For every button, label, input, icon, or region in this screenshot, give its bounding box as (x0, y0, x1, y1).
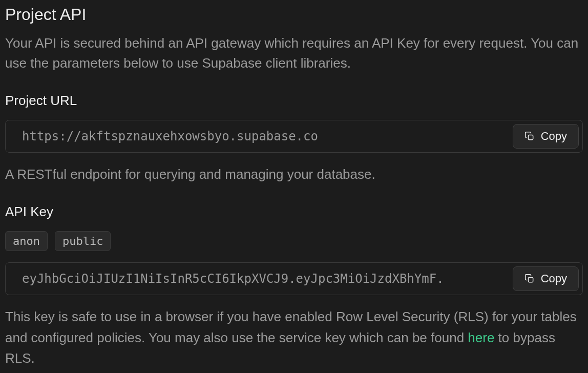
project-url-row: https://akftspznauxehxowsbyo.supabase.co… (5, 120, 583, 153)
tag-public: public (55, 231, 111, 251)
page-title: Project API (5, 5, 583, 24)
project-url-input[interactable]: https://akftspznauxehxowsbyo.supabase.co (5, 120, 583, 153)
copy-key-button[interactable]: Copy (513, 266, 579, 291)
tag-anon: anon (5, 231, 48, 251)
project-url-label: Project URL (5, 93, 583, 109)
api-key-section: API Key anon public eyJhbGciOiJIUzI1NiIs… (5, 204, 583, 368)
copy-icon (524, 131, 535, 141)
copy-icon (524, 274, 535, 284)
copy-key-label: Copy (541, 272, 567, 285)
page-description: Your API is secured behind an API gatewa… (5, 33, 583, 73)
api-key-row: eyJhbGciOiJIUzI1NiIsInR5cCI6IkpXVCJ9.eyJ… (5, 262, 583, 295)
project-url-section: Project URL https://akftspznauxehxowsbyo… (5, 93, 583, 184)
api-key-help: This key is safe to use in a browser if … (5, 306, 583, 368)
service-key-link[interactable]: here (468, 330, 494, 345)
api-key-input[interactable]: eyJhbGciOiJIUzI1NiIsInR5cCI6IkpXVCJ9.eyJ… (5, 262, 583, 295)
api-key-tags: anon public (5, 231, 583, 251)
svg-rect-1 (528, 278, 533, 282)
copy-url-button[interactable]: Copy (513, 124, 579, 149)
svg-rect-0 (528, 135, 533, 140)
project-url-help: A RESTful endpoint for querying and mana… (5, 164, 583, 184)
copy-url-label: Copy (541, 130, 567, 143)
api-key-label: API Key (5, 204, 583, 220)
